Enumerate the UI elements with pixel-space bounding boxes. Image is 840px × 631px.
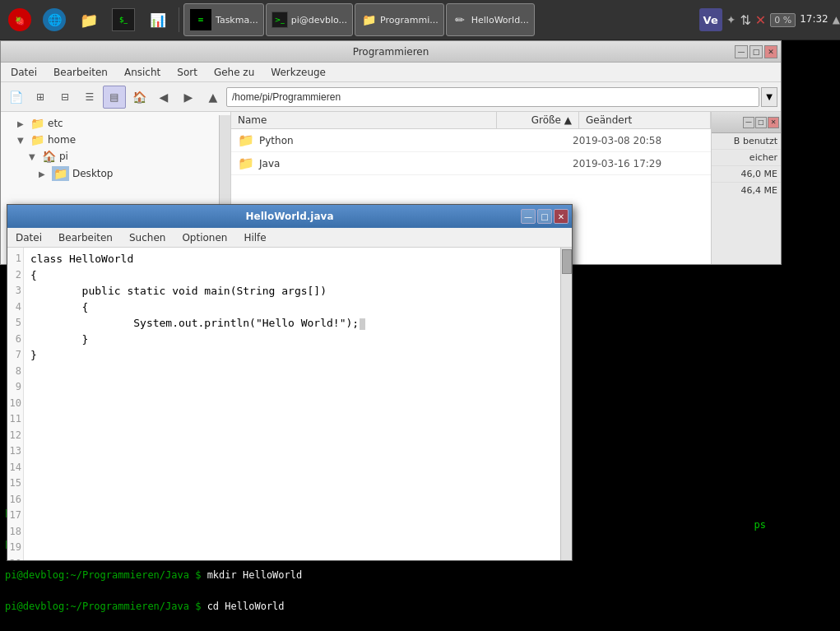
right-maximize[interactable]: □ [755,117,767,128]
tree-item-etc[interactable]: ▶ 📁 etc [1,115,230,132]
home-icon: 🏠 [132,90,146,104]
clock-time: 17:32 [800,13,828,26]
close-button[interactable]: ✕ [764,45,777,58]
right-size-2: 46,4 ME [712,183,781,198]
right-panel-partial: — □ ✕ B benutzt eicher 46,0 ME 46,4 ME [711,112,781,264]
terminal-ps-text: ps [754,517,766,533]
menu-ansicht[interactable]: Ansicht [121,65,164,80]
vnc-icon[interactable]: Ve [699,8,722,31]
leafpad-task-icon: ✏️ [452,12,468,28]
col-name[interactable]: Name [231,112,497,128]
new-tab-button[interactable]: 📄 [4,86,27,109]
col-size[interactable]: Größe ▲ [497,112,579,128]
tree-item-desktop[interactable]: ▶ 📁 Desktop [1,165,230,183]
editor-minimize[interactable]: — [521,209,536,224]
taskmanager-task[interactable]: ≡ Taskma... [183,3,264,36]
system-tray: Ve ✦ ⇅ ✕ 0 % 17:32 ▲ [699,8,840,31]
menu-sort[interactable]: Sort [174,65,201,80]
home-button[interactable]: 🏠 [128,86,151,109]
tree-arrow-pi: ▼ [29,152,39,161]
forward-button[interactable]: ▶ [177,86,200,109]
taskbar-apps: 🍓 🌐 📁 $_ 📊 ≡ Taskma... >_ pi@devbl [0,3,699,36]
editor-close[interactable]: ✕ [554,209,569,224]
address-dropdown[interactable]: ▼ [761,87,777,107]
code-content[interactable]: class HelloWorld { public static void ma… [24,248,560,560]
terminal-prompt-4: pi@devblog:~/Programmieren/Java [5,601,189,612]
terminal-cmd-3: mkdir HelloWorld [201,569,302,581]
monitor-button[interactable]: 📊 [142,3,174,36]
column-headers: Name Größe ▲ Geändert [231,112,711,129]
clock: 17:32 [800,13,828,26]
right-size-1: 46,0 ME [712,166,781,183]
taskmanager-icon: ≡ [189,8,212,31]
raspberry-menu-button[interactable]: 🍓 [3,3,36,36]
back-button[interactable]: ◀ [152,86,175,109]
editor-menu-suchen[interactable]: Suchen [126,230,169,245]
up-button[interactable]: ▲ [202,86,225,109]
col-date[interactable]: Geändert [579,112,711,128]
tree-label-pi: pi [59,151,68,162]
tree-item-home[interactable]: ▼ 📁 home [1,132,230,148]
right-minimize[interactable]: — [743,117,754,128]
bluetooth-icon: ✦ [726,13,736,26]
editor-menu-optionen[interactable]: Optionen [179,230,230,245]
folder-icon-desktop: 📁 [52,166,69,181]
file-row-python[interactable]: 📁 Python 2019-03-08 20:58 [231,129,711,152]
globe-icon: 🌐 [43,8,66,31]
filemanager-task[interactable]: 📁 Programmi... [355,3,444,36]
editor-scrollbar[interactable] [560,248,572,560]
forward-icon: ▶ [184,90,193,104]
text-cursor [360,318,365,330]
file-manager-controls: — □ ✕ [735,45,777,58]
up-icon: ▲ [209,90,218,104]
browser-button[interactable]: 🌐 [38,3,71,36]
taskbar: 🍓 🌐 📁 $_ 📊 ≡ Taskma... >_ pi@devbl [0,0,840,40]
editor-titlebar: HelloWorld.java — □ ✕ [7,205,572,228]
right-close[interactable]: ✕ [768,117,779,128]
editor-menu-datei[interactable]: Datei [12,230,45,245]
minimize-button[interactable]: — [735,45,748,58]
maximize-button[interactable]: □ [750,45,763,58]
raspberry-icon: 🍓 [8,8,31,31]
terminal-task[interactable]: >_ pi@devblo... [266,3,353,36]
detail-view-button[interactable]: ▤ [103,86,126,109]
editor-menu-bearbeiten[interactable]: Bearbeiten [55,230,116,245]
terminal-line-4: pi@devblog:~/Programmieren/Java $ cd Hel… [5,599,835,615]
taskmanager-label: Taskma... [216,15,258,26]
scroll-up-icon[interactable]: ▲ [833,14,840,26]
icon-view-button[interactable]: ⊞ [29,86,52,109]
tree-label-home: home [48,134,76,146]
file-row-java[interactable]: 📁 Java 2019-03-16 17:29 [231,152,711,175]
editor-menu-hilfe[interactable]: Hilfe [240,230,269,245]
new-tab-icon: 📄 [9,90,23,104]
filemanager-task-icon: 📁 [360,12,377,28]
detail-view-icon: ▤ [109,91,118,103]
address-bar[interactable] [226,87,759,107]
folder-icon-etc: 📁 [30,117,44,130]
terminal-dollar-3: $ [189,569,201,581]
leafpad-task[interactable]: ✏️ HelloWorld... [446,3,535,36]
network-icon: ⇅ [740,12,750,28]
menu-bearbeiten[interactable]: Bearbeiten [50,65,111,80]
right-label-eicher: eicher [712,150,781,166]
menu-datei[interactable]: Datei [7,65,40,80]
icon-view-icon: ⊞ [36,91,44,103]
list-view-button[interactable]: ☰ [78,86,101,109]
tree-item-pi[interactable]: ▼ 🏠 pi [1,148,230,165]
scrollbar-thumb[interactable] [562,249,572,274]
tree-arrow-desktop: ▶ [39,169,49,179]
menu-werkzeuge[interactable]: Werkzeuge [267,65,329,80]
leafpad-task-label: HelloWorld... [471,15,529,26]
editor-maximize[interactable]: □ [537,209,552,224]
file-name-java: Java [259,158,480,169]
compact-view-button[interactable]: ⊟ [53,86,77,109]
file-manager-menubar: Datei Bearbeiten Ansicht Sort Gehe zu We… [1,63,781,82]
tree-label-etc: etc [48,118,63,129]
terminal-button[interactable]: $_ [107,3,140,36]
filemanager-button[interactable]: 📁 [72,3,105,36]
file-date-python: 2019-03-08 20:58 [573,135,704,146]
svg-text:🍓: 🍓 [15,16,26,26]
menu-gehe-zu[interactable]: Gehe zu [211,65,258,80]
file-manager-toolbar: 📄 ⊞ ⊟ ☰ ▤ 🏠 ◀ ▶ ▲ ▼ [1,82,781,112]
filemanager-task-label: Programmi... [380,15,439,26]
